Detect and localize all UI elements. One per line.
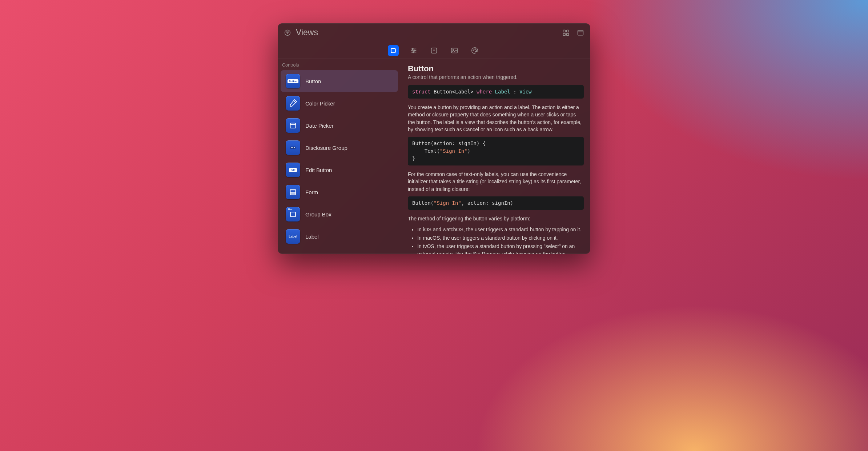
form-icon	[286, 185, 300, 199]
sidebar-item-label: Color Picker	[305, 100, 335, 107]
sidebar-item-label: Date Picker	[305, 123, 334, 129]
label-icon: Label	[286, 229, 300, 244]
sidebar-item-button[interactable]: Button Button	[281, 70, 398, 92]
sidebar-item-disclosure-group[interactable]: Disclosure Group	[281, 137, 398, 159]
detail-title: Button	[408, 64, 584, 73]
list-item: In macOS, the user triggers a standard b…	[417, 234, 584, 242]
sidebar[interactable]: Controls Button Button Color Picker	[278, 59, 401, 254]
svg-rect-38	[290, 212, 296, 217]
detail-subtitle: A control that performs an action when t…	[408, 74, 584, 80]
titlebar	[278, 23, 590, 42]
svg-rect-5	[567, 30, 569, 32]
button-icon: Button	[286, 74, 300, 88]
svg-rect-8	[578, 30, 583, 35]
tab-snippets[interactable]	[429, 45, 439, 56]
sidebar-item-label: Form	[305, 189, 318, 195]
list-item: In tvOS, the user triggers a standard bu…	[417, 243, 584, 254]
grid-view-icon[interactable]	[562, 29, 570, 37]
disclosure-group-icon	[286, 140, 300, 155]
category-tabs	[278, 42, 590, 59]
tab-media[interactable]	[449, 45, 460, 56]
search-input[interactable]	[296, 28, 562, 37]
library-window: Controls Button Button Color Picker	[278, 23, 590, 254]
svg-rect-17	[431, 48, 437, 53]
svg-point-16	[413, 51, 414, 53]
sidebar-item-label: Group Box	[305, 211, 331, 217]
group-box-icon: Box	[286, 207, 300, 221]
svg-point-12	[412, 48, 413, 49]
tab-colors[interactable]	[469, 45, 480, 56]
sidebar-item-group-box[interactable]: Box Group Box	[281, 203, 398, 225]
tab-modifiers[interactable]	[408, 45, 419, 56]
declaration-code: struct Button<Label> where Label : View	[408, 85, 584, 99]
svg-point-22	[475, 48, 476, 49]
sidebar-item-label: Label	[305, 234, 319, 240]
filter-icon[interactable]	[284, 29, 292, 37]
sidebar-item-date-picker[interactable]: Date Picker	[281, 115, 398, 136]
sidebar-item-label: Disclosure Group	[305, 145, 347, 151]
sidebar-item-color-picker[interactable]: Color Picker	[281, 92, 398, 114]
list-item: In iOS and watchOS, the user triggers a …	[417, 226, 584, 234]
platform-list: In iOS and watchOS, the user triggers a …	[408, 226, 584, 254]
window-body: Controls Button Button Color Picker	[278, 59, 590, 254]
example-code-1: Button(action: signIn) { Text("Sign In")…	[408, 137, 584, 165]
svg-rect-10	[391, 48, 395, 53]
tab-views[interactable]	[388, 45, 399, 56]
sidebar-item-label: Edit Button	[305, 167, 332, 173]
sidebar-item-form[interactable]: Form	[281, 181, 398, 203]
svg-point-20	[473, 50, 474, 51]
svg-point-19	[453, 49, 454, 50]
date-picker-icon	[286, 118, 300, 133]
edit-button-icon: Edit	[286, 163, 300, 177]
sidebar-item-label: Button	[305, 78, 321, 84]
section-header: Controls	[278, 59, 401, 70]
detail-paragraph: For the common case of text-only labels,…	[408, 171, 584, 193]
sidebar-item-edit-button[interactable]: Edit Edit Button	[281, 159, 398, 181]
titlebar-right	[562, 29, 584, 37]
svg-point-21	[474, 48, 474, 49]
svg-rect-7	[567, 33, 569, 35]
list-view-icon[interactable]	[576, 29, 584, 37]
svg-point-23	[476, 50, 477, 51]
example-code-2: Button("Sign In", action: signIn)	[408, 196, 584, 210]
svg-point-14	[414, 50, 415, 51]
svg-rect-24	[290, 123, 296, 128]
detail-pane[interactable]: Button A control that performs an action…	[401, 59, 590, 254]
svg-rect-6	[563, 33, 566, 35]
color-picker-icon	[286, 96, 300, 111]
detail-paragraph: You create a button by providing an acti…	[408, 104, 584, 133]
sidebar-item-label[interactable]: Label Label	[281, 226, 398, 247]
svg-rect-4	[563, 30, 566, 32]
detail-paragraph: The method of triggering the button vari…	[408, 215, 584, 222]
